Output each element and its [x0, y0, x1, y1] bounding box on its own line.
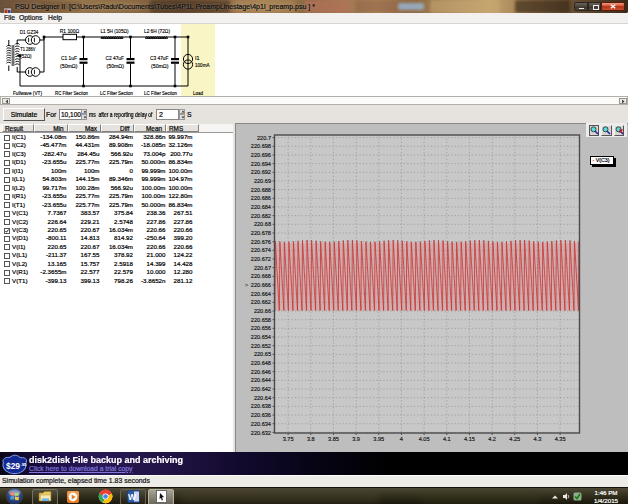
- svg-text:220.69: 220.69: [254, 178, 271, 184]
- svg-text:220.698: 220.698: [251, 143, 271, 149]
- svg-text:220.68: 220.68: [254, 221, 271, 227]
- svg-text:220.674: 220.674: [251, 247, 271, 253]
- svg-text:220.648: 220.648: [251, 360, 271, 366]
- svg-text:220.644: 220.644: [251, 377, 271, 383]
- svg-text:4: 4: [400, 436, 403, 442]
- svg-text:4.1: 4.1: [443, 436, 451, 442]
- svg-text:R1 100Ω: R1 100Ω: [60, 28, 80, 34]
- svg-text:Fullwave (VT): Fullwave (VT): [13, 90, 42, 96]
- svg-text:LC Filter Section: LC Filter Section: [100, 90, 133, 96]
- svg-text:220.694: 220.694: [251, 161, 271, 167]
- svg-text:220.654: 220.654: [251, 334, 271, 340]
- svg-text:3.95: 3.95: [373, 436, 384, 442]
- svg-text:220.668: 220.668: [251, 273, 271, 279]
- svg-text:(50mΩ): (50mΩ): [151, 63, 169, 69]
- svg-text:4.15: 4.15: [464, 436, 475, 442]
- svg-text:220.676: 220.676: [251, 239, 271, 245]
- svg-text:3.85: 3.85: [328, 436, 339, 442]
- svg-text:LC Filter Section: LC Filter Section: [144, 90, 177, 96]
- svg-text:3.75: 3.75: [283, 436, 294, 442]
- svg-text:220.64: 220.64: [254, 395, 271, 401]
- svg-text:220.666: 220.666: [251, 282, 271, 288]
- svg-text:4.2: 4.2: [488, 436, 496, 442]
- svg-text:220.634: 220.634: [251, 421, 271, 427]
- svg-text:220.664: 220.664: [251, 291, 271, 297]
- svg-text:220.636: 220.636: [251, 412, 271, 418]
- svg-text:220.688: 220.688: [251, 187, 271, 193]
- svg-text:I1: I1: [195, 55, 200, 61]
- svg-text:(50mΩ): (50mΩ): [60, 63, 78, 69]
- svg-text:>: >: [245, 282, 249, 288]
- svg-text:220.642: 220.642: [251, 386, 271, 392]
- svg-text:C3 47uF: C3 47uF: [150, 55, 169, 61]
- svg-text:220.67: 220.67: [254, 265, 271, 271]
- svg-text:220.7: 220.7: [257, 135, 271, 141]
- svg-text:T1 286V: T1 286V: [20, 46, 35, 52]
- svg-text:4.05: 4.05: [419, 436, 430, 442]
- svg-text:220.678: 220.678: [251, 230, 271, 236]
- svg-text:D1 GZ34: D1 GZ34: [20, 29, 39, 35]
- svg-text:220.662: 220.662: [251, 299, 271, 305]
- svg-text:L1 5H (105Ω): L1 5H (105Ω): [101, 28, 129, 34]
- svg-text:L2 6H (72Ω): L2 6H (72Ω): [144, 28, 170, 34]
- svg-text:(52Ω): (52Ω): [20, 53, 31, 59]
- svg-text:W: W: [128, 492, 137, 502]
- svg-text:3.8: 3.8: [307, 436, 315, 442]
- svg-text:220.66: 220.66: [254, 308, 271, 314]
- svg-text:4.35: 4.35: [555, 436, 566, 442]
- svg-text:220.686: 220.686: [251, 195, 271, 201]
- svg-text:4.3: 4.3: [534, 436, 542, 442]
- svg-text:220.656: 220.656: [251, 325, 271, 331]
- svg-text:220.65: 220.65: [254, 351, 271, 357]
- svg-text:3.9: 3.9: [352, 436, 360, 442]
- svg-text:220.646: 220.646: [251, 369, 271, 375]
- svg-text:220.682: 220.682: [251, 213, 271, 219]
- svg-text:220.672: 220.672: [251, 256, 271, 262]
- svg-text:(50mΩ): (50mΩ): [107, 63, 125, 69]
- svg-text:220.684: 220.684: [251, 204, 271, 210]
- svg-text:RC Filter Section: RC Filter Section: [55, 90, 88, 96]
- svg-text:$29: $29: [6, 460, 20, 470]
- svg-text:220.696: 220.696: [251, 152, 271, 158]
- svg-text:4.25: 4.25: [509, 436, 520, 442]
- svg-text:Load: Load: [193, 90, 203, 96]
- svg-text:220.638: 220.638: [251, 403, 271, 409]
- svg-text:220.652: 220.652: [251, 343, 271, 349]
- svg-text:220.692: 220.692: [251, 169, 271, 175]
- svg-text:C2 47uF: C2 47uF: [106, 55, 125, 61]
- svg-text:C1 1uF: C1 1uF: [61, 55, 77, 61]
- svg-text:220.658: 220.658: [251, 317, 271, 323]
- svg-text:.95: .95: [20, 462, 27, 467]
- svg-text:220.632: 220.632: [251, 430, 271, 436]
- svg-text:100mA: 100mA: [195, 62, 210, 68]
